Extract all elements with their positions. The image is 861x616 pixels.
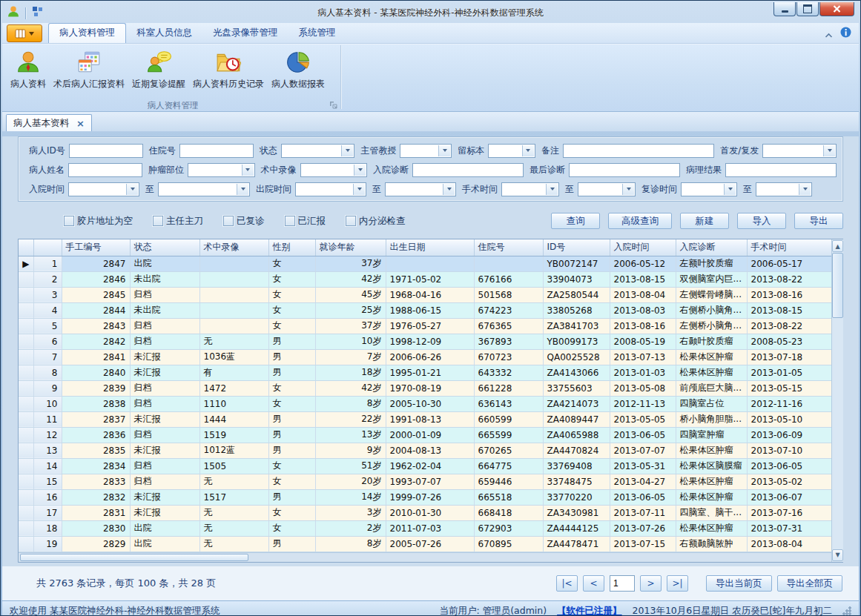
filter-input-0-0[interactable] xyxy=(69,144,143,158)
filter-input-1-0[interactable] xyxy=(68,163,142,177)
tab-system-management[interactable]: 系统管理 xyxy=(288,24,346,43)
dropdown-arrow-icon[interactable] xyxy=(438,145,450,156)
minimize-button[interactable] xyxy=(773,2,796,16)
info-icon[interactable] xyxy=(840,27,851,41)
advanced-query-button[interactable]: 高级查询 xyxy=(608,213,672,229)
column-header[interactable]: ID号 xyxy=(543,239,610,256)
filter-input-1-4[interactable] xyxy=(569,163,680,177)
table-row[interactable]: 152833归档无女20岁1993-07-0765944633748475201… xyxy=(19,474,831,489)
table-row[interactable]: 62842归档无男10岁1998-12-09367893YB0099173200… xyxy=(19,334,831,349)
horizontal-scrollbar[interactable] xyxy=(19,552,831,562)
data-report-button[interactable]: 病人数据报表 xyxy=(268,47,329,93)
dropdown-arrow-icon[interactable] xyxy=(546,184,558,195)
query-button[interactable]: 查询 xyxy=(551,213,600,229)
new-button[interactable]: 新建 xyxy=(680,213,729,229)
application-menu-button[interactable] xyxy=(7,24,42,42)
dropdown-arrow-icon[interactable] xyxy=(443,184,455,195)
next-page-button[interactable]: > xyxy=(640,575,662,592)
dropdown-arrow-icon[interactable] xyxy=(237,184,248,195)
filter-select-0-6[interactable] xyxy=(762,144,837,158)
patient-info-button[interactable]: 病人资料 xyxy=(7,47,50,93)
vertical-scrollbar[interactable]: ▲ ▼ xyxy=(831,239,843,562)
filter-select-0-3[interactable] xyxy=(400,144,452,158)
dropdown-arrow-icon[interactable] xyxy=(242,165,254,176)
filter-select-2-4[interactable] xyxy=(501,182,559,196)
export-current-page-button[interactable]: 导出当前页 xyxy=(706,575,772,592)
filter-select-2-3[interactable] xyxy=(385,182,456,196)
vertical-scrollbar-thumb[interactable] xyxy=(832,253,843,318)
export-all-pages-button[interactable]: 导出全部页 xyxy=(777,575,843,592)
column-header[interactable]: 手工编号 xyxy=(62,239,130,256)
document-tab-patient-basic-info[interactable]: 病人基本资料 × xyxy=(6,114,92,131)
followup-reminder-button[interactable]: 近期复诊提醒 xyxy=(128,47,189,93)
window-layout-icon[interactable] xyxy=(32,6,43,20)
dialog-launcher-icon[interactable] xyxy=(329,99,338,107)
dropdown-arrow-icon[interactable] xyxy=(353,184,365,195)
column-header[interactable]: 性别 xyxy=(268,239,315,256)
horizontal-scrollbar-thumb[interactable] xyxy=(20,554,248,561)
first-page-button[interactable]: |< xyxy=(556,575,578,592)
table-row[interactable]: 192829出院无男8岁2005-07-26670895ZA4478471201… xyxy=(19,536,831,552)
table-row[interactable]: 42844未出院女25岁1988-06-15674223338052682013… xyxy=(19,302,831,318)
checkbox-reported[interactable]: 已汇报 xyxy=(285,215,326,228)
filter-select-2-2[interactable] xyxy=(295,182,366,196)
page-input[interactable] xyxy=(610,575,635,592)
dropdown-arrow-icon[interactable] xyxy=(724,184,736,195)
table-row[interactable]: 132835未汇报1012蓝男9岁2004-08-13670265ZA44708… xyxy=(19,443,831,458)
table-row[interactable]: 112837未汇报1444男22岁1991-08-13660599ZA40894… xyxy=(19,411,831,427)
tab-department-staff[interactable]: 科室人员信息 xyxy=(126,24,202,43)
tab-patient-management[interactable]: 病人资料管理 xyxy=(48,23,126,43)
table-row[interactable]: 22846未出院女42岁1971-05-02676166339040732013… xyxy=(19,271,831,287)
export-button[interactable]: 导出 xyxy=(794,213,843,229)
history-record-button[interactable]: 病人资料历史记录 xyxy=(189,47,268,93)
table-row[interactable]: 162832未汇报1517男14岁1999-07-266655183377022… xyxy=(19,489,831,505)
dropdown-arrow-icon[interactable] xyxy=(522,145,534,156)
dropdown-arrow-icon[interactable] xyxy=(622,184,634,195)
dropdown-arrow-icon[interactable] xyxy=(799,184,811,195)
filter-select-0-4[interactable] xyxy=(488,144,535,158)
maximize-button[interactable] xyxy=(796,2,819,16)
filter-select-1-1[interactable] xyxy=(188,163,255,177)
checkbox-chief-surgeon[interactable]: 主任主刀 xyxy=(153,215,203,228)
filter-input-1-5[interactable] xyxy=(725,163,837,177)
table-row[interactable]: 52843归档女37岁1976-05-27676365ZA38417032013… xyxy=(19,318,831,334)
table-row[interactable]: 92839归档1472女42岁1970-08-19661228337556032… xyxy=(19,380,831,396)
filter-select-2-7[interactable] xyxy=(756,182,812,196)
table-row[interactable]: 102838归档1110女8岁2005-10-30636143ZA4214073… xyxy=(19,396,831,411)
filter-input-0-1[interactable] xyxy=(179,144,254,158)
filter-select-0-2[interactable] xyxy=(281,144,355,158)
import-button[interactable]: 导入 xyxy=(737,213,786,229)
filter-input-0-5[interactable] xyxy=(563,144,714,158)
column-header[interactable]: 入院时间 xyxy=(610,239,676,256)
filter-select-1-2[interactable] xyxy=(300,163,368,177)
column-header[interactable]: 入院诊断 xyxy=(676,239,747,256)
tab-close-icon[interactable]: × xyxy=(76,119,85,128)
filter-input-1-3[interactable] xyxy=(412,163,524,177)
last-page-button[interactable]: >| xyxy=(667,575,688,592)
table-row[interactable]: 72841未汇报1036蓝男7岁2006-06-26670723QA002552… xyxy=(19,349,831,365)
filter-select-2-6[interactable] xyxy=(681,182,737,196)
checkbox-film-address-empty[interactable]: 胶片地址为空 xyxy=(64,215,133,228)
table-row[interactable]: 182830出院无女2岁2011-07-03672903ZA4444125201… xyxy=(19,520,831,536)
checkbox-revisited[interactable]: 已复诊 xyxy=(223,215,265,228)
column-header[interactable]: 术中录像 xyxy=(199,239,268,256)
dropdown-arrow-icon[interactable] xyxy=(823,145,835,156)
scroll-up-icon[interactable]: ▲ xyxy=(832,240,843,252)
scroll-down-icon[interactable]: ▼ xyxy=(832,549,843,561)
dropdown-arrow-icon[interactable] xyxy=(354,165,366,176)
table-row[interactable]: 32845归档女45岁1968-04-16501568ZA25805442013… xyxy=(19,287,831,302)
filter-select-2-0[interactable] xyxy=(68,182,139,196)
table-row[interactable]: 82840未汇报有男18岁1995-01-21643332ZA414306620… xyxy=(19,365,831,380)
column-header[interactable]: 出生日期 xyxy=(386,239,474,256)
table-row[interactable]: 172831未汇报无女3岁2010-01-30668418ZA343098120… xyxy=(19,505,831,520)
filter-select-2-1[interactable] xyxy=(158,182,250,196)
column-header[interactable]: 状态 xyxy=(130,239,199,256)
ribbon-collapse-icon[interactable] xyxy=(825,27,833,41)
column-header[interactable]: 手术时间 xyxy=(747,239,831,256)
resize-grip[interactable] xyxy=(842,606,851,615)
table-row[interactable]: 142834归档1505女51岁1962-02-0466477533769408… xyxy=(19,458,831,474)
dropdown-arrow-icon[interactable] xyxy=(126,184,138,195)
filter-select-2-5[interactable] xyxy=(578,182,636,196)
registration-status-link[interactable]: 【软件已注册】 xyxy=(557,605,622,616)
column-header[interactable]: 就诊年龄 xyxy=(315,239,386,256)
